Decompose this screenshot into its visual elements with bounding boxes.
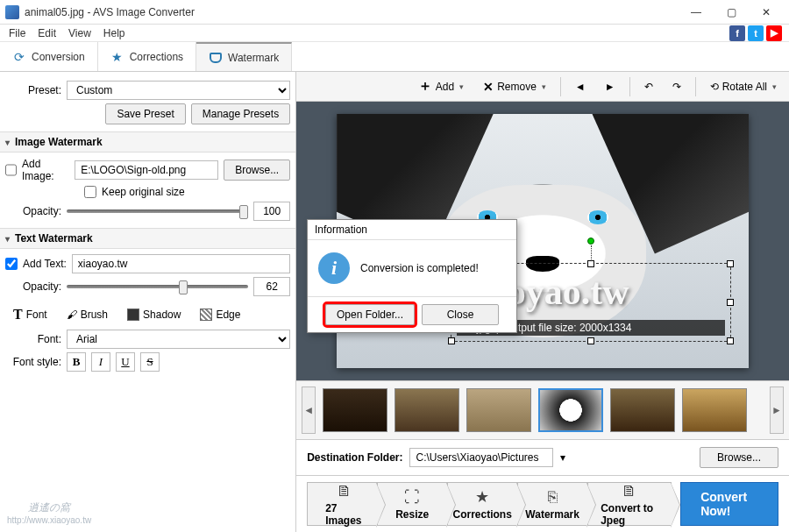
thumb-3[interactable] xyxy=(466,388,531,432)
edge-icon xyxy=(200,309,212,321)
thumb-6[interactable] xyxy=(682,388,747,432)
stage-watermark[interactable]: ⎘Watermark xyxy=(517,482,587,526)
font-select[interactable]: Arial xyxy=(67,330,290,349)
thumb-4[interactable] xyxy=(538,388,603,432)
window-title: animal05.jpg - AVS Image Converter xyxy=(25,6,679,18)
info-icon: i xyxy=(318,252,350,284)
rotate-icon: ⟲ xyxy=(710,81,719,93)
minimize-button[interactable]: — xyxy=(679,3,714,22)
image-path-input[interactable] xyxy=(75,160,218,180)
preview-size: Output file size: 2000x1334 xyxy=(504,322,631,334)
dialog-message: Conversion is completed! xyxy=(360,262,479,274)
preview-toolbar: ＋Add ✕Remove ◄ ► ↶ ↷ ⟲Rotate All xyxy=(296,72,789,102)
stage-corrections[interactable]: ★Corrections xyxy=(447,482,517,526)
sidebar: Preset: Custom Save Preset Manage Preset… xyxy=(0,72,296,532)
menubar: File Edit View Help f t ▶ xyxy=(0,25,789,42)
convert-now-button[interactable]: Convert Now! xyxy=(680,482,778,526)
resize-icon: ⛶ xyxy=(404,488,420,507)
stage-resize[interactable]: ⛶Resize xyxy=(377,482,447,526)
shadow-tab[interactable]: Shadow xyxy=(119,305,188,324)
stage-images[interactable]: 🗎27 Images xyxy=(307,482,377,526)
rotate-all-button[interactable]: ⟲Rotate All xyxy=(705,81,782,93)
add-text-checkbox[interactable] xyxy=(5,258,18,270)
menu-help[interactable]: Help xyxy=(98,25,131,41)
destination-input[interactable] xyxy=(409,448,553,467)
redo-button[interactable]: ↷ xyxy=(667,81,686,93)
tab-watermark[interactable]: Watermark xyxy=(196,42,292,71)
save-preset-button[interactable]: Save Preset xyxy=(105,103,185,124)
youtube-icon[interactable]: ▶ xyxy=(766,25,782,41)
tab-conversion-label: Conversion xyxy=(32,51,85,63)
font-style-label: Font style: xyxy=(5,356,61,368)
watermark-text-input[interactable] xyxy=(72,254,290,273)
strike-button[interactable]: S xyxy=(140,352,160,372)
info-dialog: Information i Conversion is completed! O… xyxy=(307,219,517,333)
thumbnail-strip: ◄ ► xyxy=(296,380,789,440)
thumb-prev[interactable]: ◄ xyxy=(302,387,316,434)
menu-edit[interactable]: Edit xyxy=(32,25,61,41)
text-opacity-label: Opacity: xyxy=(5,280,61,293)
text-opacity-value[interactable] xyxy=(253,277,290,296)
prev-button[interactable]: ◄ xyxy=(570,81,591,93)
brush-tab[interactable]: 🖌Brush xyxy=(59,305,116,324)
thumb-5[interactable] xyxy=(610,388,675,432)
tab-conversion[interactable]: ⟳ Conversion xyxy=(0,42,98,71)
stage-convert[interactable]: 🗎Convert to Jpeg xyxy=(587,482,672,526)
dialog-close-button[interactable]: Close xyxy=(422,304,499,325)
underline-button[interactable]: U xyxy=(116,352,135,372)
browse-image-button[interactable]: Browse... xyxy=(224,160,290,181)
preset-select[interactable]: Custom xyxy=(67,81,290,100)
brush-icon: 🖌 xyxy=(67,309,77,321)
tab-corrections[interactable]: ★ Corrections xyxy=(98,42,196,71)
thumb-2[interactable] xyxy=(394,388,459,432)
destination-dropdown[interactable]: ▾ xyxy=(560,451,565,464)
tab-corrections-label: Corrections xyxy=(130,51,183,63)
browse-destination-button[interactable]: Browse... xyxy=(700,447,778,468)
image-opacity-label: Opacity: xyxy=(5,205,61,217)
menu-view[interactable]: View xyxy=(63,25,96,41)
thumb-1[interactable] xyxy=(323,388,387,432)
watermark-icon: ⎘ xyxy=(548,488,558,507)
keep-size-checkbox[interactable] xyxy=(84,186,96,198)
stamp-icon xyxy=(209,51,223,65)
add-text-label: Add Text: xyxy=(23,258,67,270)
shadow-icon xyxy=(127,309,139,321)
italic-button[interactable]: I xyxy=(91,352,110,372)
next-button[interactable]: ► xyxy=(600,81,621,93)
facebook-icon[interactable]: f xyxy=(729,25,745,41)
main-tabs: ⟳ Conversion ★ Corrections Watermark xyxy=(0,42,789,72)
app-icon xyxy=(5,5,19,19)
add-button[interactable]: ＋Add xyxy=(413,77,469,96)
undo-button[interactable]: ↶ xyxy=(639,81,658,93)
refresh-icon: ⟳ xyxy=(12,50,26,64)
thumb-next[interactable]: ► xyxy=(770,387,784,434)
menu-file[interactable]: File xyxy=(4,25,31,41)
star-icon: ★ xyxy=(110,50,124,64)
twitter-icon[interactable]: t xyxy=(748,25,764,41)
bold-button[interactable]: B xyxy=(67,352,86,372)
manage-presets-button[interactable]: Manage Presets xyxy=(191,103,290,124)
section-image-watermark[interactable]: Image Watermark xyxy=(0,131,295,153)
keep-size-label: Keep original size xyxy=(102,186,185,198)
tab-watermark-label: Watermark xyxy=(228,52,279,64)
destination-row: Destination Folder: ▾ Browse... xyxy=(296,440,789,476)
preset-label: Preset: xyxy=(5,84,61,96)
font-label: Font: xyxy=(5,333,61,345)
font-tab[interactable]: TFont xyxy=(5,303,55,326)
remove-button[interactable]: ✕Remove xyxy=(478,80,551,94)
images-icon: 🗎 xyxy=(337,482,352,500)
pipeline: 🗎27 Images ⛶Resize ★Corrections ⎘Waterma… xyxy=(296,476,789,532)
convert-icon: 🗎 xyxy=(622,482,637,500)
maximize-button[interactable]: ▢ xyxy=(714,3,749,22)
open-folder-button[interactable]: Open Folder... xyxy=(325,304,415,325)
close-button[interactable]: ✕ xyxy=(749,3,784,22)
image-opacity-value[interactable] xyxy=(253,202,290,221)
edge-tab[interactable]: Edge xyxy=(192,305,248,324)
destination-label: Destination Folder: xyxy=(307,451,402,464)
section-text-watermark[interactable]: Text Watermark xyxy=(0,228,295,249)
image-opacity-slider[interactable] xyxy=(67,209,248,213)
add-image-checkbox[interactable] xyxy=(5,164,17,176)
text-opacity-slider[interactable] xyxy=(67,285,248,288)
add-image-label: Add Image: xyxy=(22,158,69,182)
rotate-handle[interactable] xyxy=(587,238,594,245)
